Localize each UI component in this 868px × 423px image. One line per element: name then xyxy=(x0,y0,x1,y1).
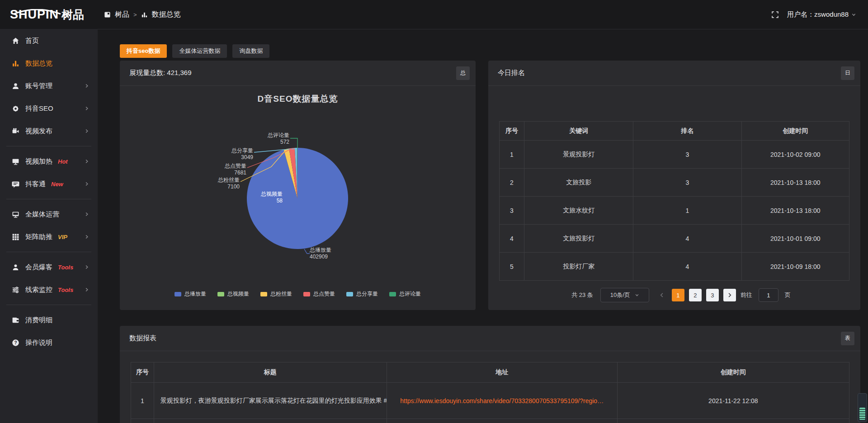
legend-item-总分享量[interactable]: 总分享量 xyxy=(346,290,378,298)
chevron-down-icon xyxy=(851,12,856,17)
table-row: 2文旅投影32021-10-13 18:00 xyxy=(500,169,849,197)
sidebar-item-douyin-seo[interactable]: 抖音SEO xyxy=(0,98,98,119)
table-cell: 4 xyxy=(500,225,524,253)
sidebar-item-matrix-boost[interactable]: 矩阵助推VIP xyxy=(0,226,98,248)
next-page-button[interactable] xyxy=(723,289,736,301)
data-tabs: 抖音seo数据全媒体运营数据询盘数据 xyxy=(120,44,860,58)
legend-swatch xyxy=(346,292,353,296)
sidebar-item-label: 会员爆客 xyxy=(25,263,52,272)
sidebar-badge: VIP xyxy=(58,234,67,240)
legend-item-总视频量[interactable]: 总视频量 xyxy=(217,290,249,298)
sidebar-badge: Tools xyxy=(58,287,73,293)
column-header: 关键词 xyxy=(524,122,633,141)
goto-page-input[interactable] xyxy=(759,288,778,302)
table-cell: https://www.iesdouyin.com/share/video/70… xyxy=(387,383,617,419)
user-icon xyxy=(12,82,19,90)
table-cell: 2021-10-09 18:00 xyxy=(741,253,849,281)
sidebar-item-guide[interactable]: ?操作说明 xyxy=(0,332,98,353)
chevron-right-icon xyxy=(84,128,90,134)
chevron-right-icon xyxy=(84,159,90,164)
table-view-button[interactable]: 表 xyxy=(841,332,854,345)
chevron-right-icon xyxy=(84,287,90,292)
legend-item-总播放量[interactable]: 总播放量 xyxy=(175,290,206,298)
table-cell: 文旅水纹灯 xyxy=(524,197,633,225)
table-row: 1景观投影灯32021-10-02 09:00 xyxy=(500,141,849,169)
page-size-select[interactable]: 10条/页 xyxy=(600,288,649,302)
floating-service-widget[interactable] xyxy=(858,393,867,422)
sidebar-item-video-publish[interactable]: 视频发布 xyxy=(0,120,98,142)
bar-chart-icon xyxy=(12,60,19,67)
table-cell: 2021-10-01 09:00 xyxy=(741,225,849,253)
sidebar-item-data-overview[interactable]: 数据总览 xyxy=(0,52,98,74)
column-header: 创建时间 xyxy=(741,122,849,141)
tab-0[interactable]: 抖音seo数据 xyxy=(120,44,167,58)
sidebar-item-label: 首页 xyxy=(25,37,39,45)
sidebar-badge: New xyxy=(51,181,63,188)
sidebar-item-member-baoke[interactable]: 会员爆客Tools xyxy=(0,256,98,278)
user-menu[interactable]: 用户名：zswodun88 xyxy=(787,10,856,19)
table-cell: 2021-10-13 18:00 xyxy=(741,169,849,197)
sidebar-item-label: 消费明细 xyxy=(25,316,52,324)
sidebar-item-account-mgmt[interactable]: 账号管理 xyxy=(0,75,98,97)
day-view-button[interactable]: 日 xyxy=(841,66,854,80)
tab-2[interactable]: 询盘数据 xyxy=(232,44,269,58)
table-row: 5投影灯厂家42021-10-09 18:00 xyxy=(500,253,849,281)
chevron-right-icon xyxy=(84,83,90,89)
grid-icon xyxy=(12,233,19,241)
legend-item-总粉丝量[interactable]: 总粉丝量 xyxy=(260,290,292,298)
breadcrumb-root[interactable]: 树品 xyxy=(115,10,129,19)
table-cell: 2021-10-13 18:00 xyxy=(741,197,849,225)
table-cell: 景观投影灯 xyxy=(524,141,633,169)
sidebar-item-video-heat[interactable]: 视频加热Hot xyxy=(0,150,98,172)
pie-label-shares: 总分享量3049 xyxy=(231,147,253,161)
sidebar-item-home[interactable]: 首页 xyxy=(0,30,98,52)
sidebar-item-media-ops[interactable]: 全媒体运营 xyxy=(0,203,98,225)
wallet-icon xyxy=(12,316,19,324)
person-icon xyxy=(12,263,19,271)
chat-icon xyxy=(12,180,19,188)
fullscreen-icon[interactable] xyxy=(771,11,779,19)
pie-chart[interactable] xyxy=(120,86,476,310)
table-cell xyxy=(387,419,617,423)
table-cell: 1 xyxy=(500,141,524,169)
ranking-panel-title: 今日排名 xyxy=(498,69,525,77)
total-view-button[interactable]: 总 xyxy=(456,66,470,80)
tab-1[interactable]: 全媒体运营数据 xyxy=(172,44,227,58)
top-header: SHUPIN 树品 树品 > 数据总览 用户名：zswodun88 xyxy=(0,0,868,29)
pie-chart-area: D音SEO数据量总览 总评论量572 总分享量3049 总点赞量7681 xyxy=(120,86,476,310)
page-button-3[interactable]: 3 xyxy=(706,289,719,301)
page-unit-label: 页 xyxy=(785,291,791,299)
table-cell: 1 xyxy=(131,383,154,419)
app-logo: SHUPIN 树品 xyxy=(0,7,98,22)
pie-label-videos: 总视频量58 xyxy=(261,191,283,204)
username-label: 用户名：zswodun88 xyxy=(787,10,849,19)
video-link[interactable]: https://www.iesdouyin.com/share/video/70… xyxy=(400,397,604,404)
table-cell: 3 xyxy=(633,169,741,197)
screen-icon xyxy=(12,158,19,165)
page-button-2[interactable]: 2 xyxy=(689,289,702,301)
page-button-1[interactable]: 1 xyxy=(672,289,684,301)
table-cell: 3 xyxy=(500,197,524,225)
report-panel-title: 数据报表 xyxy=(129,334,156,343)
logo-text-cn: 树品 xyxy=(61,7,84,22)
sidebar-item-label: 账号管理 xyxy=(25,82,52,90)
legend-item-总评论量[interactable]: 总评论量 xyxy=(389,290,421,298)
table-row: 1景观投影灯，夜游景观投影灯厂家展示展示落花灯在花园里的灯光投影应用效果 #ht… xyxy=(131,383,849,419)
svg-text:?: ? xyxy=(14,340,17,345)
gear-icon xyxy=(12,105,19,113)
prev-page-button[interactable] xyxy=(656,289,667,301)
pagination: 共 23 条 10条/页 1 2 3 前往 页 xyxy=(488,288,860,302)
sidebar-item-douketong[interactable]: 抖客通New xyxy=(0,173,98,195)
column-header: 排名 xyxy=(633,122,741,141)
pie-label-likes: 总点赞量7681 xyxy=(225,163,246,176)
legend-item-总点赞量[interactable]: 总点赞量 xyxy=(303,290,335,298)
sidebar-item-lead-monitor[interactable]: 线索监控Tools xyxy=(0,279,98,301)
sidebar-item-consume-detail[interactable]: 消费明细 xyxy=(0,309,98,331)
table-cell xyxy=(617,419,849,423)
table-cell: 2021-11-22 12:08 xyxy=(617,383,849,419)
home-icon xyxy=(12,37,19,45)
table-cell: 文旅投影灯 xyxy=(524,225,633,253)
legend-label: 总播放量 xyxy=(184,290,206,298)
sidebar-divider xyxy=(6,305,91,305)
sidebar-divider xyxy=(6,146,91,146)
